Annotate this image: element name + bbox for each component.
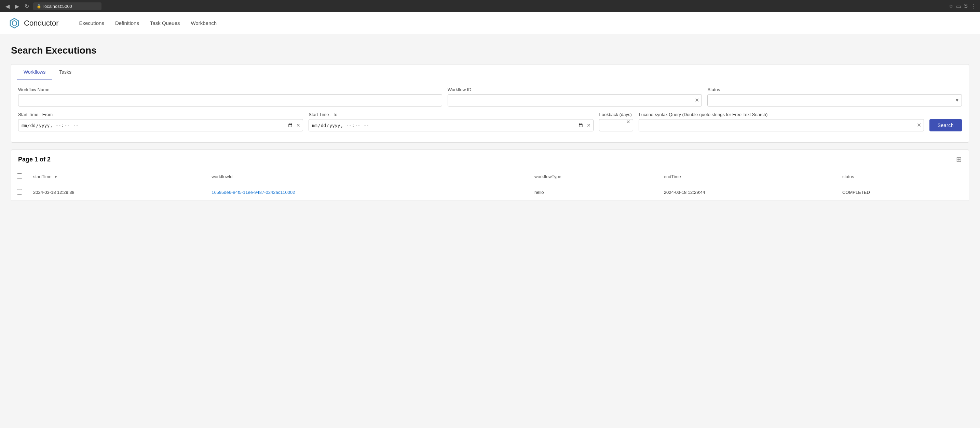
logo[interactable]: Conductor <box>8 17 59 29</box>
table-row: 2024-03-18 12:29:38 16595de6-e4f5-11ee-9… <box>11 184 969 201</box>
lucene-query-field: Lucene-syntax Query (Double-quote string… <box>639 112 924 132</box>
app-header: Conductor Executions Definitions Task Qu… <box>0 12 980 34</box>
forward-button[interactable]: ▶ <box>14 2 21 11</box>
table-header: startTime ▼ workflowId workflowType endT… <box>11 169 969 184</box>
table-body: 2024-03-18 12:29:38 16595de6-e4f5-11ee-9… <box>11 184 969 201</box>
row-workflow-id: 16595de6-e4f5-11ee-9487-0242ac110002 <box>206 184 529 201</box>
search-button[interactable]: Search <box>929 119 962 132</box>
lucene-input[interactable] <box>639 119 924 132</box>
row-checkbox[interactable] <box>17 189 22 195</box>
refresh-button[interactable]: ↻ <box>23 2 30 11</box>
col-workflow-id[interactable]: workflowId <box>206 169 529 184</box>
select-all-header <box>11 169 28 184</box>
tab-workflows[interactable]: Workflows <box>17 65 52 80</box>
status-field: Status RUNNING COMPLETED FAILED PAUSED T… <box>707 87 962 106</box>
status-header-label: status <box>842 174 854 179</box>
tab-tasks[interactable]: Tasks <box>52 65 78 80</box>
row-status: COMPLETED <box>837 184 969 201</box>
start-time-header-label: startTime <box>33 174 52 179</box>
lookback-label: Lookback (days) <box>599 112 633 117</box>
address-bar[interactable]: 🔒 localhost:5000 <box>33 2 102 10</box>
start-time-to-label: Start Time - To <box>309 112 593 117</box>
workflow-id-header-label: workflowId <box>212 174 232 179</box>
lock-icon: 🔒 <box>37 4 41 8</box>
results-table: startTime ▼ workflowId workflowType endT… <box>11 169 969 201</box>
profile-icon[interactable]: S <box>964 3 968 10</box>
columns-toggle-icon[interactable]: ⊞ <box>956 155 962 163</box>
nav-definitions[interactable]: Definitions <box>115 20 139 26</box>
nav-task-queues[interactable]: Task Queues <box>150 20 180 26</box>
start-time-from-clear-button[interactable]: ✕ <box>296 122 301 128</box>
workflow-name-input[interactable] <box>18 94 442 106</box>
start-time-to-field: Start Time - To ✕ <box>309 112 593 132</box>
status-select[interactable]: RUNNING COMPLETED FAILED PAUSED TERMINAT… <box>707 94 962 106</box>
search-fields: Workflow Name Workflow ID ✕ Status <box>11 80 969 142</box>
star-icon[interactable]: ☆ <box>948 3 953 10</box>
browser-actions: ☆ ▭ S ⋮ <box>948 3 976 10</box>
row-start-time: 2024-03-18 12:29:38 <box>28 184 206 201</box>
workflow-type-header-label: workflowType <box>535 174 562 179</box>
start-time-to-input[interactable] <box>309 119 593 132</box>
col-status[interactable]: status <box>837 169 969 184</box>
page-title: Search Executions <box>11 45 969 56</box>
tabs: Workflows Tasks <box>11 65 969 80</box>
lucene-clear-button[interactable]: ✕ <box>917 122 921 128</box>
url-text: localhost:5000 <box>43 4 72 9</box>
menu-icon[interactable]: ⋮ <box>970 3 976 10</box>
col-start-time[interactable]: startTime ▼ <box>28 169 206 184</box>
start-time-to-clear-button[interactable]: ✕ <box>587 122 591 128</box>
main-content: Search Executions Workflows Tasks Workfl… <box>0 34 980 209</box>
conductor-logo-icon <box>8 17 21 29</box>
workflow-id-link[interactable]: 16595de6-e4f5-11ee-9487-0242ac110002 <box>212 190 295 195</box>
lookback-field: Lookback (days) ✕ <box>599 112 633 132</box>
lookback-clear-button[interactable]: ✕ <box>626 119 630 125</box>
start-time-from-label: Start Time - From <box>18 112 303 117</box>
nav-workbench[interactable]: Workbench <box>191 20 216 26</box>
main-nav: Executions Definitions Task Queues Workb… <box>79 20 217 26</box>
workflow-name-field: Workflow Name <box>18 87 442 106</box>
back-button[interactable]: ◀ <box>4 2 11 11</box>
lucene-label: Lucene-syntax Query (Double-quote string… <box>639 112 924 117</box>
results-section: Page 1 of 2 ⊞ startTime ▼ workflowId <box>11 149 969 201</box>
first-fields-row: Workflow Name Workflow ID ✕ Status <box>18 87 962 106</box>
row-end-time: 2024-03-18 12:29:44 <box>659 184 837 201</box>
nav-executions[interactable]: Executions <box>79 20 104 26</box>
window-icon[interactable]: ▭ <box>956 3 961 10</box>
start-time-from-field: Start Time - From ✕ <box>18 112 303 132</box>
workflow-name-label: Workflow Name <box>18 87 442 92</box>
logo-text: Conductor <box>24 19 59 28</box>
end-time-header-label: endTime <box>664 174 681 179</box>
results-pagination: Page 1 of 2 <box>18 156 51 163</box>
second-fields-row: Start Time - From ✕ Start Time - To ✕ Lo… <box>18 112 962 132</box>
workflow-id-label: Workflow ID <box>448 87 702 92</box>
row-workflow-type: hello <box>529 184 659 201</box>
col-end-time[interactable]: endTime <box>659 169 837 184</box>
sort-icon: ▼ <box>54 175 57 179</box>
status-label: Status <box>707 87 962 92</box>
browser-bar: ◀ ▶ ↻ 🔒 localhost:5000 ☆ ▭ S ⋮ <box>0 0 980 12</box>
results-header: Page 1 of 2 ⊞ <box>11 150 969 169</box>
col-workflow-type[interactable]: workflowType <box>529 169 659 184</box>
row-checkbox-cell <box>11 184 28 201</box>
search-panel: Workflows Tasks Workflow Name Workflow I… <box>11 64 969 143</box>
workflow-id-field: Workflow ID ✕ <box>448 87 702 106</box>
workflow-id-clear-button[interactable]: ✕ <box>695 98 699 103</box>
select-all-checkbox[interactable] <box>17 173 22 179</box>
start-time-from-input[interactable] <box>18 119 303 132</box>
workflow-id-input[interactable] <box>448 94 702 106</box>
